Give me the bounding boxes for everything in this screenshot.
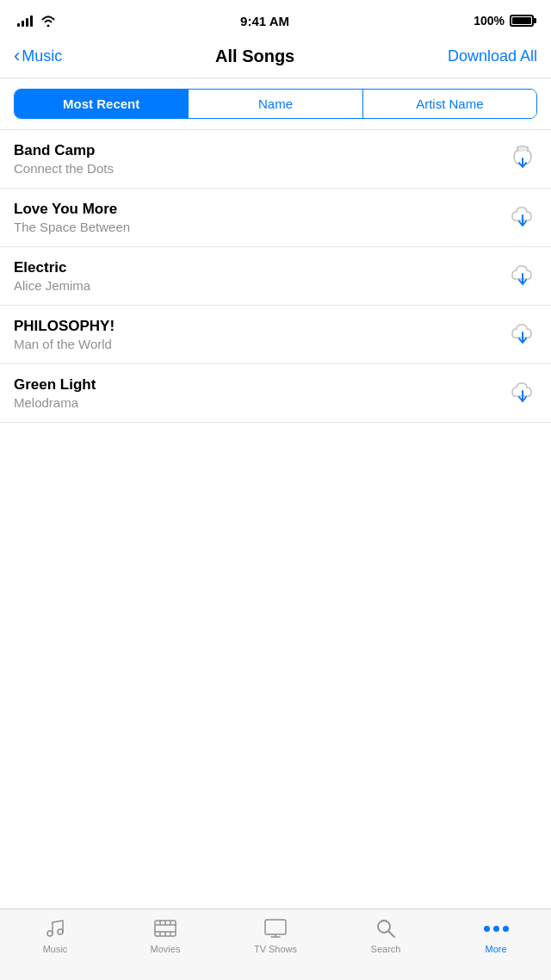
song-album-2: Alice Jemima [14,278,90,293]
song-title-1: Love You More [14,201,130,218]
song-info-4: Green Light Melodrama [14,376,96,410]
more-dot-3 [503,926,509,932]
song-title-3: PHILOSOPHY! [14,318,115,335]
more-dot-1 [484,926,490,932]
signal-bars [17,15,33,27]
svg-point-6 [47,931,53,936]
download-icon-2[interactable] [508,262,537,291]
status-time: 9:41 AM [240,14,289,28]
wifi-icon [40,15,56,27]
song-title-0: Band Camp [14,142,114,159]
battery-percent: 100% [474,14,505,28]
song-item-0[interactable]: Band Camp Connect the Dots [0,130,551,189]
signal-bar-2 [22,21,24,27]
tab-search[interactable]: Search [331,916,441,954]
svg-point-7 [58,929,63,934]
more-icon [484,916,509,940]
segment-most-recent[interactable]: Most Recent [15,90,189,118]
song-album-1: The Space Between [14,220,130,234]
back-arrow-icon: ‹ [14,45,20,67]
song-album-3: Man of the World [14,337,115,351]
song-album-4: Melodrama [14,395,96,410]
tab-more-label: More [485,944,506,954]
song-item-4[interactable]: Green Light Melodrama [0,364,551,423]
song-album-0: Connect the Dots [14,161,114,176]
page-title: All Songs [215,47,294,66]
song-list: Band Camp Connect the Dots Love You More… [0,130,551,423]
song-info-0: Band Camp Connect the Dots [14,142,114,176]
segment-artist-name[interactable]: Artist Name [363,90,536,118]
download-icon-0[interactable] [508,145,537,174]
tab-tv-shows[interactable]: TV Shows [220,916,331,954]
status-left [17,15,56,27]
download-icon-1[interactable] [508,203,537,233]
search-icon [374,916,398,940]
music-icon [43,916,67,940]
song-info-2: Electric Alice Jemima [14,259,90,293]
song-item-2[interactable]: Electric Alice Jemima [0,247,551,306]
download-all-button[interactable]: Download All [448,47,537,65]
svg-rect-17 [265,920,286,934]
nav-bar: ‹ Music All Songs Download All [0,38,551,78]
tab-movies[interactable]: Movies [110,916,220,954]
status-right: 100% [474,14,534,28]
status-bar: 9:41 AM 100% [0,0,551,38]
song-title-4: Green Light [14,376,96,394]
tab-bar: Music Movies TV Shows [0,909,551,980]
sort-segment-control: Most Recent Name Artist Name [14,89,537,119]
battery-icon [510,15,534,27]
tab-more[interactable]: More [441,916,551,954]
song-info-3: PHILOSOPHY! Man of the World [14,318,115,351]
movies-icon [153,916,177,940]
segment-container: Most Recent Name Artist Name [0,78,551,130]
segment-name[interactable]: Name [189,90,362,118]
back-label: Music [22,47,62,65]
song-item-1[interactable]: Love You More The Space Between [0,189,551,247]
signal-bar-3 [26,18,28,27]
tv-icon [263,916,288,940]
download-icon-4[interactable] [508,379,537,408]
tab-music[interactable]: Music [0,916,110,954]
song-info-1: Love You More The Space Between [14,201,130,234]
svg-line-21 [389,932,395,938]
tab-search-label: Search [371,944,401,954]
tab-tv-shows-label: TV Shows [254,944,297,954]
back-button[interactable]: ‹ Music [14,45,62,67]
tab-movies-label: Movies [151,944,181,954]
signal-bar-1 [17,23,20,27]
song-item-3[interactable]: PHILOSOPHY! Man of the World [0,306,551,364]
signal-bar-4 [30,16,33,27]
tab-music-label: Music [43,944,68,954]
song-title-2: Electric [14,259,90,276]
more-dot-2 [493,926,499,932]
download-icon-3[interactable] [508,320,537,350]
